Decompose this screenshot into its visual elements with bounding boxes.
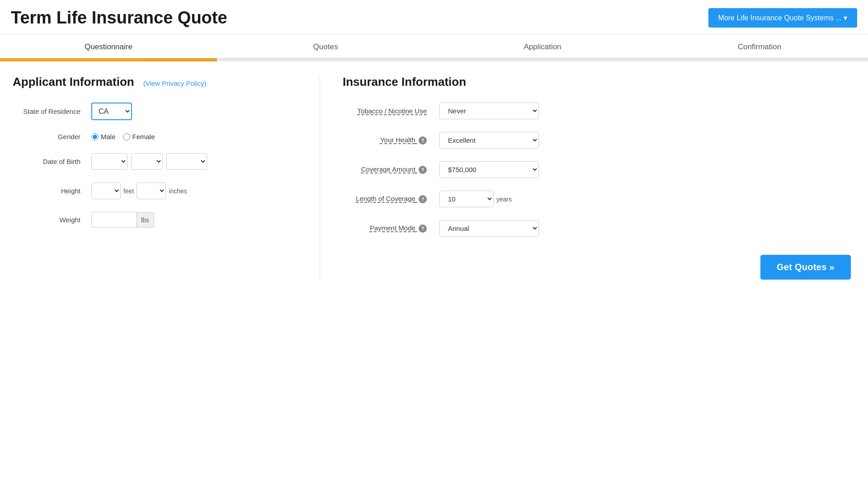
length-coverage-select[interactable]: 10 15 20 25 30: [439, 191, 494, 207]
height-group: 4567 feet 01234 56789 1011 inches: [91, 183, 187, 199]
dob-day-select[interactable]: 12345 678910 1112131415 1617181920 21222…: [131, 153, 163, 170]
state-select[interactable]: CA AL AK AZ AR CO CT DE FL GA HI ID IL I…: [91, 103, 132, 120]
health-select[interactable]: Excellent Very Good Good Fair Poor: [439, 132, 539, 149]
weight-label: Weight: [13, 216, 85, 224]
dob-year-select[interactable]: 2026202520242023202220212020201920182017…: [166, 153, 207, 170]
applicant-section: Applicant Information (View Privacy Poli…: [13, 75, 320, 280]
coverage-amount-select[interactable]: $100,000 $250,000 $500,000 $750,000 $1,0…: [439, 161, 539, 178]
tobacco-row: Tobacco / Nicotine Use Never Within 1 Ye…: [343, 103, 855, 119]
health-label: Your Health ?: [343, 136, 433, 145]
payment-mode-row: Payment Mode ? Annual Semi-Annual Quarte…: [343, 220, 855, 237]
get-quotes-button[interactable]: Get Quotes »: [760, 255, 851, 280]
gender-radio-group: Male Female: [91, 133, 155, 140]
step-questionnaire[interactable]: Questionnaire: [0, 34, 217, 58]
payment-mode-label: Payment Mode ?: [343, 224, 433, 233]
coverage-info-icon[interactable]: ?: [419, 166, 427, 174]
payment-mode-select[interactable]: Annual Semi-Annual Quarterly Monthly: [439, 220, 539, 237]
tobacco-select[interactable]: Never Within 1 Year 1-2 Years Ago 2-3 Ye…: [439, 103, 539, 119]
main-content: Applicant Information (View Privacy Poli…: [0, 61, 868, 298]
gender-male-radio[interactable]: [91, 133, 99, 140]
progress-bar-track: [0, 58, 868, 61]
weight-row: Weight lbs: [13, 212, 306, 228]
coverage-amount-row: Coverage Amount ? $100,000 $250,000 $500…: [343, 161, 855, 178]
height-label: Height: [13, 187, 85, 195]
page-header: Term Life Insurance Quote More Life Insu…: [0, 0, 868, 34]
dob-row: Date of Birth JanFebMar AprMayJun JulAug…: [13, 153, 306, 170]
state-row: State of Residence CA AL AK AZ AR CO CT …: [13, 103, 306, 120]
feet-unit-label: feet: [123, 187, 134, 195]
weight-unit-label: lbs: [137, 212, 154, 228]
state-label: State of Residence: [13, 108, 85, 115]
payment-info-icon[interactable]: ?: [419, 225, 427, 233]
length-coverage-row: Length of Coverage ? 10 15 20 25 30 year…: [343, 191, 855, 207]
gender-male-label[interactable]: Male: [91, 133, 116, 140]
height-inches-select[interactable]: 01234 56789 1011: [137, 183, 166, 199]
coverage-amount-label: Coverage Amount ?: [343, 165, 433, 174]
height-feet-select[interactable]: 4567: [91, 183, 121, 199]
gender-label: Gender: [13, 133, 85, 140]
applicant-section-header: Applicant Information (View Privacy Poli…: [13, 75, 306, 89]
health-row: Your Health ? Excellent Very Good Good F…: [343, 132, 855, 149]
dob-month-select[interactable]: JanFebMar AprMayJun JulAugSep OctNovDec: [91, 153, 127, 170]
length-info-icon[interactable]: ?: [419, 195, 427, 203]
gender-female-label[interactable]: Female: [123, 133, 155, 140]
inches-unit-label: inches: [169, 187, 187, 195]
steps-row: Questionnaire Quotes Application Confirm…: [0, 34, 868, 58]
weight-group: lbs: [91, 212, 154, 228]
length-coverage-group: 10 15 20 25 30 years: [439, 191, 512, 207]
steps-bar: Questionnaire Quotes Application Confirm…: [0, 34, 868, 61]
more-systems-button[interactable]: More Life Insurance Quote Systems ... ▾: [708, 8, 857, 28]
health-info-icon[interactable]: ?: [419, 136, 427, 145]
gender-female-radio[interactable]: [123, 133, 130, 140]
two-column-layout: Applicant Information (View Privacy Poli…: [13, 75, 855, 280]
step-confirmation[interactable]: Confirmation: [651, 34, 868, 58]
dob-label: Date of Birth: [13, 158, 85, 165]
step-application[interactable]: Application: [434, 34, 651, 58]
height-row: Height 4567 feet 01234 56789 1011: [13, 183, 306, 199]
applicant-section-title: Applicant Information: [13, 75, 134, 89]
tobacco-label: Tobacco / Nicotine Use: [343, 107, 433, 115]
gender-row: Gender Male Female: [13, 133, 306, 140]
insurance-section: Insurance Information Tobacco / Nicotine…: [320, 75, 855, 280]
progress-fill: [0, 58, 217, 61]
step-quotes[interactable]: Quotes: [217, 34, 434, 58]
insurance-section-title: Insurance Information: [343, 75, 855, 89]
years-unit-label: years: [496, 196, 512, 203]
weight-input[interactable]: [91, 212, 137, 228]
dob-group: JanFebMar AprMayJun JulAugSep OctNovDec …: [91, 153, 207, 170]
get-quotes-row: Get Quotes »: [343, 255, 855, 280]
page-title: Term Life Insurance Quote: [11, 8, 227, 28]
privacy-policy-link[interactable]: (View Privacy Policy): [143, 80, 207, 87]
length-coverage-label: Length of Coverage ?: [343, 195, 433, 203]
